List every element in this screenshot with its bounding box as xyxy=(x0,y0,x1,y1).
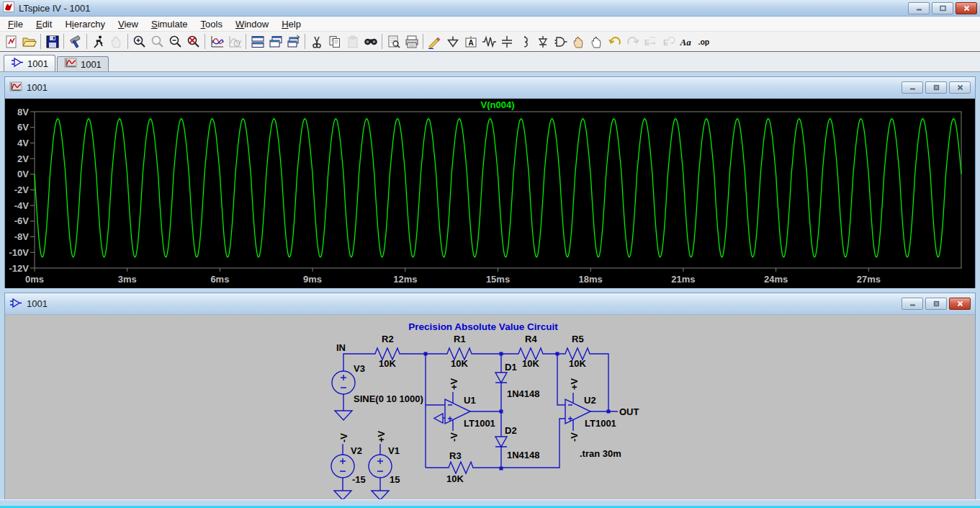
u2-plus-rail-flag: +V xyxy=(569,378,580,390)
svg-text:Aa: Aa xyxy=(679,37,691,48)
voltage-source-V3[interactable]: V3 SINE(0 10 1000) xyxy=(332,363,423,420)
svg-text:-15: -15 xyxy=(352,474,366,485)
resistor-R4[interactable]: R4 10K xyxy=(515,334,547,369)
run-button[interactable] xyxy=(89,33,107,50)
menu-tools[interactable]: Tools xyxy=(194,17,229,31)
tab-schematic-1001[interactable]: 1001 xyxy=(4,55,55,71)
resistor-R2[interactable]: R2 10K xyxy=(372,334,403,369)
y-tick-label: -2V xyxy=(14,184,30,195)
schematic-minimize-button[interactable] xyxy=(902,298,923,310)
voltage-source-V1[interactable]: V1 15 +V xyxy=(369,430,400,500)
save-button[interactable] xyxy=(43,33,61,50)
waveform-close-button[interactable] xyxy=(949,81,971,94)
menu-window[interactable]: Window xyxy=(229,17,275,31)
resistor-R3[interactable]: R3 10K xyxy=(445,450,477,484)
x-tick-label: 21ms xyxy=(671,274,695,285)
schematic-restore-button[interactable] xyxy=(925,298,947,310)
redo-button xyxy=(624,33,642,50)
menu-bar: FileEditHierarchyViewSimulateToolsWindow… xyxy=(0,17,980,32)
control-panel-button[interactable] xyxy=(66,33,84,50)
svg-text:10K: 10K xyxy=(569,358,586,369)
resistor-button[interactable] xyxy=(480,33,498,50)
x-tick-label: 6ms xyxy=(210,274,229,285)
inductor-button[interactable] xyxy=(516,33,534,50)
y-axis-ticks: 8V6V4V2V0V-2V-4V-6V-8V-10V-12V xyxy=(9,107,35,274)
resistor-R5[interactable]: R5 10K xyxy=(562,334,593,369)
x-axis-ticks: 0ms3ms6ms9ms12ms15ms18ms21ms24ms27ms xyxy=(25,268,881,285)
ltspice-main-window: LTspice IV - 1001 FileEditHierarchyViewS… xyxy=(0,0,980,502)
schematic-window: 1001 Precision Absolute Value Circuit xyxy=(4,293,976,502)
autorange-y-axis-button[interactable] xyxy=(207,33,225,50)
app-close-button[interactable] xyxy=(956,2,977,14)
tab-label: 1001 xyxy=(27,58,48,69)
waveform-plot[interactable]: V(n004) 8V6V4V2V0V-2V-4V-6V-8V-10V-12V 0… xyxy=(5,99,974,288)
waveform-icon xyxy=(9,81,22,94)
menu-view[interactable]: View xyxy=(112,17,145,31)
zoom-out-button[interactable] xyxy=(166,33,184,50)
schematic-close-button[interactable] xyxy=(949,298,971,310)
waveform-plot-pane[interactable]: V(n004) 8V6V4V2V0V-2V-4V-6V-8V-10V-12V 0… xyxy=(5,99,975,288)
wire-button[interactable] xyxy=(426,33,444,50)
app-minimize-button[interactable] xyxy=(908,2,930,14)
new-schematic-button[interactable] xyxy=(2,33,20,50)
zoom-back-button xyxy=(148,33,166,50)
menu-hierarchy[interactable]: Hierarchy xyxy=(58,17,112,31)
zoom-full-extents-button[interactable] xyxy=(184,33,202,50)
resistor-R1[interactable]: R1 10K xyxy=(444,334,475,369)
app-titlebar[interactable]: LTspice IV - 1001 xyxy=(0,0,980,17)
tile-windows-button[interactable] xyxy=(248,33,266,50)
schematic-canvas[interactable]: Precision Absolute Value Circuit R2 10K xyxy=(5,315,975,502)
svg-text:D2: D2 xyxy=(505,425,517,436)
y-tick-label: 6V xyxy=(17,122,29,133)
window-bottom-frame xyxy=(0,499,980,508)
menu-edit[interactable]: Edit xyxy=(30,17,58,31)
svg-text:10K: 10K xyxy=(522,358,539,369)
find-button[interactable] xyxy=(361,33,379,50)
svg-text:V3: V3 xyxy=(354,363,365,374)
menu-file[interactable]: File xyxy=(1,17,30,31)
print-preview-button[interactable] xyxy=(385,33,403,50)
y-tick-label: 2V xyxy=(17,153,29,164)
open-file-button[interactable] xyxy=(20,33,38,50)
x-tick-label: 3ms xyxy=(118,274,137,285)
svg-text:10K: 10K xyxy=(446,473,464,484)
paste-button xyxy=(343,33,361,50)
tab-label: 1001 xyxy=(81,59,102,70)
cascade-windows-button[interactable] xyxy=(266,33,284,50)
text-button[interactable]: Aa xyxy=(678,33,696,50)
y-tick-label: 4V xyxy=(17,138,29,148)
net-label-out: OUT xyxy=(619,406,639,417)
app-maximize-button[interactable] xyxy=(932,2,953,14)
waveform-window-titlebar[interactable]: 1001 xyxy=(5,77,975,99)
cut-button[interactable] xyxy=(307,33,325,50)
diode-button[interactable] xyxy=(534,33,552,50)
schematic-window-titlebar[interactable]: 1001 xyxy=(5,293,975,315)
svg-text:D1: D1 xyxy=(505,362,517,373)
rotate-button: E xyxy=(660,33,678,50)
undo-button[interactable] xyxy=(606,33,624,50)
spice-directive-button[interactable]: .op xyxy=(696,33,714,50)
menu-help[interactable]: Help xyxy=(275,17,307,31)
mdi-area: 1001 V(n004) 8V6V4V2V0V-2V-4V-6V-8V-10V-… xyxy=(0,72,980,502)
drag-button[interactable] xyxy=(588,33,606,50)
arrange-windows-button[interactable] xyxy=(284,33,302,50)
net-label-button[interactable]: A xyxy=(462,33,480,50)
svg-text:10K: 10K xyxy=(379,358,396,369)
move-button[interactable] xyxy=(570,33,588,50)
component-button[interactable] xyxy=(552,33,570,50)
copy-button[interactable] xyxy=(325,33,343,50)
capacitor-button[interactable] xyxy=(498,33,516,50)
opamp-U1[interactable]: U1 LT1001 +V -V xyxy=(434,378,495,442)
diode-D2[interactable]: D2 1N4148 xyxy=(495,425,540,460)
menu-simulate[interactable]: Simulate xyxy=(145,17,194,31)
zoom-in-button[interactable] xyxy=(130,33,148,50)
waveform-restore-button[interactable] xyxy=(925,81,947,94)
waveform-minimize-button[interactable] xyxy=(902,81,923,94)
print-button[interactable] xyxy=(403,33,421,50)
tab-waveform-1001[interactable]: 1001 xyxy=(57,56,109,71)
app-logo-icon xyxy=(3,1,14,14)
voltage-source-V2[interactable]: V2 -15 -V xyxy=(331,433,366,500)
x-tick-label: 27ms xyxy=(857,274,881,285)
plot-trace-label[interactable]: V(n004) xyxy=(481,99,515,110)
ground-button[interactable] xyxy=(444,33,462,50)
